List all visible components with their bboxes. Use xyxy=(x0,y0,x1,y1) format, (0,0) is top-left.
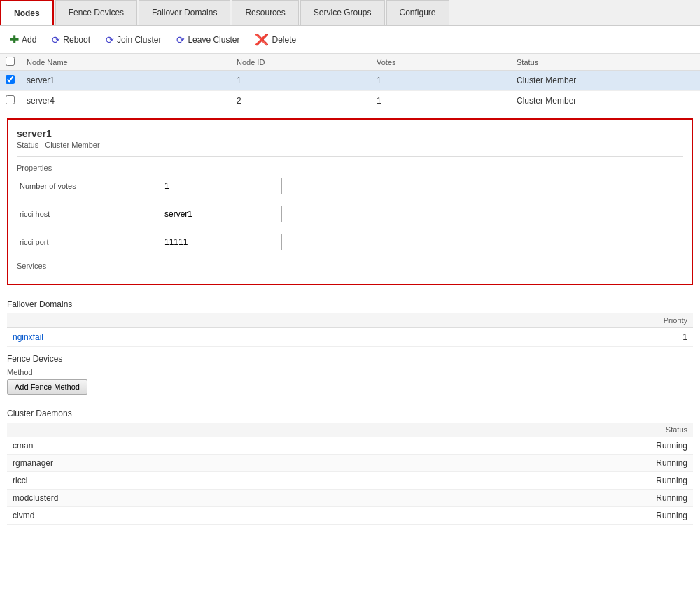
status-value: Cluster Member xyxy=(45,141,99,149)
fence-method-label: Method xyxy=(7,368,693,376)
daemon-status: Running xyxy=(400,437,693,455)
cluster-daemons-heading: Cluster Daemons xyxy=(7,409,693,418)
services-label: Services xyxy=(17,262,683,270)
failover-priority-col-header: Priority xyxy=(381,313,693,328)
daemon-status: Running xyxy=(400,472,693,490)
failover-domains-table: Priority nginxfail 1 xyxy=(7,313,693,347)
leave-cluster-icon: ⟳ xyxy=(176,34,185,45)
votes-field-input[interactable] xyxy=(160,178,282,194)
toolbar: ✚ Add ⟳ Reboot ⟳ Join Cluster ⟳ Leave Cl… xyxy=(0,26,700,54)
detail-title: server1 xyxy=(17,128,683,139)
col-votes-header: Votes xyxy=(371,54,511,71)
failover-priority: 1 xyxy=(381,328,693,347)
node-table: Node Name Node ID Votes Status server1 1… xyxy=(0,54,700,111)
row-checkbox-1[interactable] xyxy=(6,95,15,104)
row-node-name: server1 xyxy=(21,71,231,91)
row-status: Cluster Member xyxy=(511,91,700,111)
tab-configure[interactable]: Configure xyxy=(386,0,449,25)
col-node-id-header: Node ID xyxy=(231,54,371,71)
daemon-name-col-header xyxy=(7,423,400,437)
daemon-name: rgmanager xyxy=(7,455,400,472)
failover-row: nginxfail 1 xyxy=(7,328,693,347)
daemon-table: Status cman Running rgmanager Running ri… xyxy=(7,423,693,525)
daemon-status: Running xyxy=(400,507,693,525)
tab-bar: Nodes Fence Devices Failover Domains Res… xyxy=(0,0,700,26)
daemon-row: modclusterd Running xyxy=(7,490,693,507)
daemon-row: clvmd Running xyxy=(7,507,693,525)
col-status-header: Status xyxy=(511,54,700,71)
ricci-port-field-label: ricci port xyxy=(20,238,160,246)
row-votes: 1 xyxy=(371,71,511,91)
ricci-host-field-input[interactable] xyxy=(160,206,282,222)
failover-link[interactable]: nginxfail xyxy=(13,332,43,342)
detail-divider xyxy=(17,156,683,157)
failover-domains-heading: Failover Domains xyxy=(7,299,693,309)
fence-devices-heading: Fence Devices xyxy=(7,354,693,364)
cluster-daemons-section: Cluster Daemons Status cman Running rgma… xyxy=(0,402,700,532)
row-node-name: server4 xyxy=(21,91,231,111)
daemon-row: ricci Running xyxy=(7,472,693,490)
reboot-label: Reboot xyxy=(63,35,90,45)
daemon-name: clvmd xyxy=(7,507,400,525)
tab-failover-domains[interactable]: Failover Domains xyxy=(139,0,230,25)
status-label: Status xyxy=(17,141,38,149)
delete-label: Delete xyxy=(272,35,296,45)
leave-cluster-label: Leave Cluster xyxy=(188,35,239,45)
delete-button[interactable]: ❌ Delete xyxy=(252,31,299,48)
daemon-status: Running xyxy=(400,455,693,472)
fence-devices-section: Fence Devices Method Add Fence Method xyxy=(0,347,700,402)
daemon-status: Running xyxy=(400,490,693,507)
detail-status: Status Cluster Member xyxy=(17,141,683,149)
table-row[interactable]: server4 2 1 Cluster Member xyxy=(0,91,700,111)
ricci-host-field-label: ricci host xyxy=(20,210,160,218)
node-detail-panel: server1 Status Cluster Member Properties… xyxy=(7,118,693,285)
reboot-button[interactable]: ⟳ Reboot xyxy=(49,33,93,47)
row-status: Cluster Member xyxy=(511,71,700,91)
delete-icon: ❌ xyxy=(255,33,269,46)
row-checkbox-0[interactable] xyxy=(6,75,15,84)
select-all-checkbox[interactable] xyxy=(6,57,15,66)
votes-field-row: Number of votes xyxy=(17,178,683,194)
join-cluster-button[interactable]: ⟳ Join Cluster xyxy=(103,33,164,47)
add-button[interactable]: ✚ Add xyxy=(7,31,39,48)
ricci-port-field-row: ricci port xyxy=(17,234,683,250)
add-fence-method-button[interactable]: Add Fence Method xyxy=(7,379,88,395)
table-row[interactable]: server1 1 1 Cluster Member xyxy=(0,71,700,91)
add-label: Add xyxy=(22,35,36,45)
col-check-header xyxy=(0,54,21,71)
join-cluster-icon: ⟳ xyxy=(106,34,114,45)
votes-field-label: Number of votes xyxy=(20,182,160,190)
ricci-host-field-row: ricci host xyxy=(17,206,683,222)
daemon-name: modclusterd xyxy=(7,490,400,507)
ricci-port-field-input[interactable] xyxy=(160,234,282,250)
col-node-name-header: Node Name xyxy=(21,54,231,71)
join-cluster-label: Join Cluster xyxy=(117,35,161,45)
leave-cluster-button[interactable]: ⟳ Leave Cluster xyxy=(174,33,242,47)
tab-service-groups[interactable]: Service Groups xyxy=(300,0,385,25)
row-node-id: 2 xyxy=(231,91,371,111)
failover-name-col-header xyxy=(7,313,381,328)
row-check-cell xyxy=(0,71,21,91)
tab-resources[interactable]: Resources xyxy=(232,0,298,25)
daemon-row: rgmanager Running xyxy=(7,455,693,472)
failover-domains-section: Failover Domains Priority nginxfail 1 xyxy=(0,292,700,347)
tab-nodes[interactable]: Nodes xyxy=(0,0,54,25)
failover-name: nginxfail xyxy=(7,328,381,347)
add-icon: ✚ xyxy=(10,33,19,46)
daemon-row: cman Running xyxy=(7,437,693,455)
properties-label: Properties xyxy=(17,164,683,172)
row-check-cell xyxy=(0,91,21,111)
row-node-id: 1 xyxy=(231,71,371,91)
daemon-name: cman xyxy=(7,437,400,455)
tab-fence-devices[interactable]: Fence Devices xyxy=(55,0,137,25)
row-votes: 1 xyxy=(371,91,511,111)
daemon-status-col-header: Status xyxy=(400,423,693,437)
reboot-icon: ⟳ xyxy=(52,34,60,45)
daemon-name: ricci xyxy=(7,472,400,490)
